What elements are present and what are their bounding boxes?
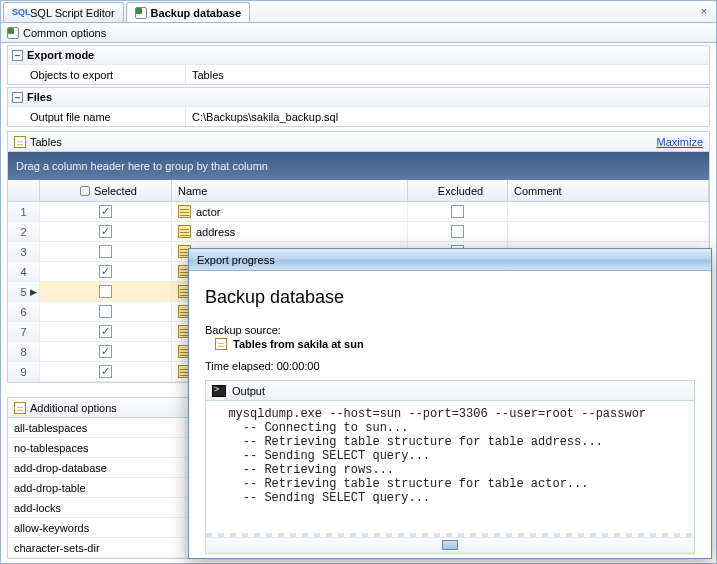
row-number: 5▶	[8, 282, 40, 301]
col-selected[interactable]: Selected	[40, 180, 172, 201]
row-number: 7	[8, 322, 40, 341]
checkbox-icon[interactable]	[99, 305, 112, 318]
table-row[interactable]: 2✓address	[8, 222, 709, 242]
selected-cell[interactable]	[40, 282, 172, 301]
row-indicator-header	[8, 180, 40, 201]
output-scrollbar[interactable]	[206, 537, 694, 553]
common-options-bar: Common options	[1, 23, 716, 43]
row-number: 2	[8, 222, 40, 241]
name-cell[interactable]: actor	[172, 202, 408, 221]
output-header: Output	[206, 381, 694, 401]
selected-cell[interactable]: ✓	[40, 342, 172, 361]
dialog-heading: Backup database	[205, 287, 695, 308]
pin-icon	[80, 186, 90, 196]
row-number: 3	[8, 242, 40, 261]
option-label: no-tablespaces	[8, 438, 186, 457]
row-number: 8	[8, 342, 40, 361]
section-title: Export mode	[27, 49, 94, 61]
tab-backup-database[interactable]: Backup database	[126, 2, 250, 22]
excluded-cell[interactable]	[408, 222, 508, 241]
row-number: 6	[8, 302, 40, 321]
checkbox-icon[interactable]	[451, 205, 464, 218]
additional-options-title: Additional options	[30, 402, 117, 414]
tables-icon	[215, 338, 227, 350]
checkbox-icon[interactable]	[99, 245, 112, 258]
checkbox-icon[interactable]: ✓	[99, 365, 112, 378]
editor-tabbar: SQL SQL Script Editor Backup database ×	[1, 1, 716, 23]
name-cell[interactable]: address	[172, 222, 408, 241]
selected-cell[interactable]	[40, 302, 172, 321]
selected-cell[interactable]: ✓	[40, 322, 172, 341]
export-mode-header[interactable]: – Export mode	[8, 46, 709, 64]
options-grid-icon	[14, 402, 26, 414]
output-file-value[interactable]: C:\Backups\sakila_backup.sql	[186, 107, 709, 126]
selected-cell[interactable]: ✓	[40, 262, 172, 281]
selected-cell[interactable]	[40, 242, 172, 261]
group-by-bar[interactable]: Drag a column header here to group by th…	[8, 152, 709, 180]
excluded-cell[interactable]	[408, 202, 508, 221]
col-excluded[interactable]: Excluded	[408, 180, 508, 201]
tab-label: SQL Script Editor	[30, 7, 115, 19]
option-label: add-drop-database	[8, 458, 186, 477]
row-number: 9	[8, 362, 40, 381]
backup-source-value: Tables from sakila at sun	[233, 338, 364, 350]
objects-to-export-value[interactable]: Tables	[186, 65, 709, 84]
collapse-icon[interactable]: –	[12, 92, 23, 103]
checkbox-icon[interactable]	[99, 285, 112, 298]
section-title: Files	[27, 91, 52, 103]
scrollbar-thumb[interactable]	[442, 540, 458, 550]
table-row[interactable]: 1✓actor	[8, 202, 709, 222]
collapse-icon[interactable]: –	[12, 50, 23, 61]
checkbox-icon[interactable]: ✓	[99, 225, 112, 238]
output-console[interactable]: mysqldump.exe --host=sun --port=3306 --u…	[206, 401, 694, 533]
objects-to-export-label: Objects to export	[8, 65, 186, 84]
table-icon	[178, 225, 191, 238]
option-label: add-drop-table	[8, 478, 186, 497]
maximize-link[interactable]: Maximize	[657, 136, 703, 148]
checkbox-icon[interactable]: ✓	[99, 325, 112, 338]
output-title: Output	[232, 385, 265, 397]
files-header[interactable]: – Files	[8, 88, 709, 106]
tab-sql-script-editor[interactable]: SQL SQL Script Editor	[3, 2, 124, 22]
terminal-icon	[212, 385, 226, 397]
checkbox-icon[interactable]: ✓	[99, 265, 112, 278]
options-icon	[7, 27, 19, 39]
selected-cell[interactable]: ✓	[40, 362, 172, 381]
common-options-label: Common options	[23, 27, 106, 39]
selected-cell[interactable]: ✓	[40, 202, 172, 221]
comment-cell[interactable]	[508, 222, 709, 241]
dialog-title: Export progress	[197, 254, 275, 266]
option-label: allow-keywords	[8, 518, 186, 537]
output-file-label: Output file name	[8, 107, 186, 126]
checkbox-icon[interactable]	[451, 225, 464, 238]
output-panel: Output mysqldump.exe --host=sun --port=3…	[205, 380, 695, 554]
backup-icon	[135, 7, 147, 19]
row-number: 4	[8, 262, 40, 281]
backup-source-value-row: Tables from sakila at sun	[215, 338, 695, 350]
objects-to-export-row[interactable]: Objects to export Tables	[8, 64, 709, 84]
backup-source-label: Backup source:	[205, 324, 695, 336]
checkbox-icon[interactable]: ✓	[99, 345, 112, 358]
column-headers: Selected Name Excluded Comment	[8, 180, 709, 202]
row-number: 1	[8, 202, 40, 221]
time-elapsed-value: 00:00:00	[277, 360, 320, 372]
tables-panel-header: Tables Maximize	[7, 131, 710, 151]
option-label: all-tablespaces	[8, 418, 186, 437]
output-file-row[interactable]: Output file name C:\Backups\sakila_backu…	[8, 106, 709, 126]
col-name[interactable]: Name	[172, 180, 408, 201]
sql-icon: SQL	[12, 7, 26, 19]
tables-icon	[14, 136, 26, 148]
comment-cell[interactable]	[508, 202, 709, 221]
close-tab-button[interactable]: ×	[696, 3, 712, 19]
checkbox-icon[interactable]: ✓	[99, 205, 112, 218]
export-progress-dialog: Export progress Backup database Backup s…	[188, 248, 712, 559]
time-elapsed-row: Time elapsed: 00:00:00	[205, 360, 695, 372]
option-label: add-locks	[8, 498, 186, 517]
tab-label: Backup database	[151, 7, 241, 19]
selected-cell[interactable]: ✓	[40, 222, 172, 241]
table-icon	[178, 205, 191, 218]
tables-title: Tables	[30, 136, 62, 148]
time-elapsed-label: Time elapsed:	[205, 360, 274, 372]
dialog-titlebar[interactable]: Export progress	[189, 249, 711, 271]
col-comment[interactable]: Comment	[508, 180, 709, 201]
